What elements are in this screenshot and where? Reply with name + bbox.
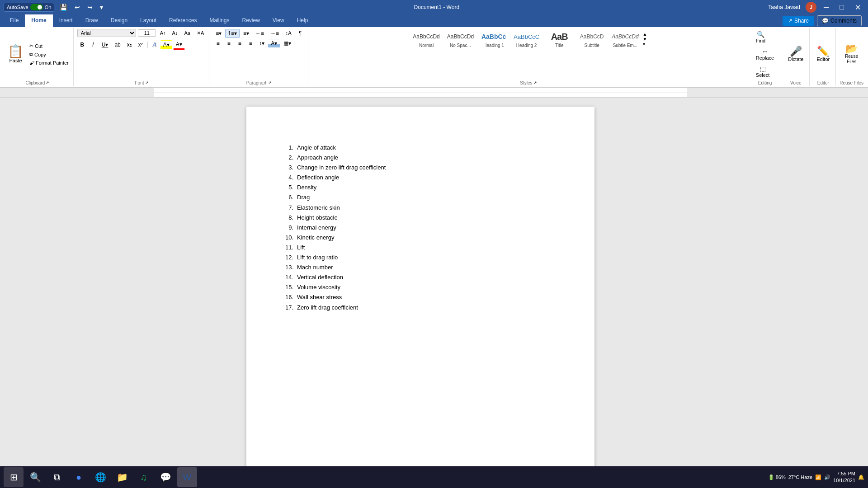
font-size-increase-button[interactable]: A↑	[158, 29, 168, 37]
tab-draw[interactable]: Draw	[79, 14, 104, 27]
multilevel-list-button[interactable]: ≡▾	[241, 29, 252, 38]
style-heading2[interactable]: AaBbCcC Heading 2	[510, 29, 542, 49]
styles-scroll-buttons[interactable]: ▲ ▼ ▾	[643, 30, 647, 48]
chrome-taskbar-button[interactable]: ●	[69, 467, 89, 487]
sort-button[interactable]: ↕A	[283, 29, 294, 38]
change-case-button[interactable]: Aa	[182, 29, 192, 37]
italic-button[interactable]: I	[88, 40, 98, 49]
find-button[interactable]: 🔍 Find	[752, 29, 769, 45]
select-button[interactable]: ⬚ Select	[752, 63, 774, 80]
font-size-input[interactable]	[138, 29, 156, 37]
numbering-button[interactable]: 1≡▾	[225, 29, 240, 38]
tab-layout[interactable]: Layout	[134, 14, 163, 27]
start-button[interactable]: ⊞	[4, 467, 24, 487]
voice-label: Voice	[790, 80, 801, 85]
style-subtitle[interactable]: AaBbCcD Subtitle	[576, 29, 608, 49]
paste-label: Paste	[9, 58, 22, 63]
tab-mailings[interactable]: Mailings	[203, 14, 236, 27]
style-subtle[interactable]: AaBbCcDd Subtle Em...	[609, 29, 642, 49]
style-nospace[interactable]: AaBbCcDd No Spac...	[444, 29, 477, 49]
text-effects-button[interactable]: A	[150, 40, 160, 49]
superscript-button[interactable]: x²	[136, 40, 146, 49]
decrease-indent-button[interactable]: ←≡	[253, 29, 267, 38]
maximize-button[interactable]: □	[836, 1, 848, 13]
spotify-taskbar-button[interactable]: ♫	[134, 467, 154, 487]
user-avatar[interactable]: J	[806, 2, 816, 13]
style-title[interactable]: AaB Title	[543, 29, 575, 49]
subscript-button[interactable]: x₂	[124, 40, 135, 49]
doc-container[interactable]: 1.Angle of attack2.Approach angle3.Chang…	[154, 98, 687, 488]
dictate-button[interactable]: 🎤 Dictate	[785, 42, 807, 67]
justify-button[interactable]: ≡	[245, 39, 255, 48]
list-item: 2.Approach angle	[283, 153, 558, 163]
tab-insert[interactable]: Insert	[53, 14, 79, 27]
bullets-button[interactable]: ≡▾	[213, 29, 224, 38]
word-taskbar-button[interactable]: W	[177, 467, 197, 487]
text-highlight-button[interactable]: A▾	[160, 40, 172, 49]
list-num: 1.	[283, 143, 293, 153]
show-paragraph-button[interactable]: ¶	[295, 29, 305, 38]
reuse-files-button[interactable]: 📂 ReuseFiles	[842, 42, 861, 67]
list-num: 11.	[283, 243, 293, 253]
quick-save-button[interactable]: 💾	[58, 3, 69, 12]
strikethrough-button[interactable]: ab	[112, 40, 123, 49]
title-bar-right: Taaha Jawad J ─ □ ✕	[768, 1, 864, 14]
font-color-button[interactable]: A▾	[173, 40, 185, 50]
quick-redo-button[interactable]: ↪	[85, 3, 94, 12]
cut-button[interactable]: ✂ Cut	[28, 42, 71, 50]
line-spacing-button[interactable]: ↕▾	[256, 39, 267, 48]
style-heading1[interactable]: AaBbCc Heading 1	[478, 29, 509, 49]
align-left-button[interactable]: ≡	[213, 39, 223, 48]
align-right-button[interactable]: ≡	[235, 39, 245, 48]
font-launcher-icon[interactable]: ↗	[145, 80, 149, 85]
styles-launcher-icon[interactable]: ↗	[533, 80, 537, 85]
tab-home[interactable]: Home	[25, 14, 52, 27]
clear-formatting-button[interactable]: ✕A	[194, 29, 206, 37]
font-name-select[interactable]: Arial	[77, 29, 136, 37]
tab-references[interactable]: References	[163, 14, 203, 27]
replace-button[interactable]: ↔ Replace	[752, 46, 778, 62]
list-text: Mach number	[297, 263, 333, 272]
close-button[interactable]: ✕	[851, 1, 864, 14]
style-normal[interactable]: AaBbCcDd Normal	[410, 29, 443, 49]
notification-icon[interactable]: 🔔	[858, 474, 864, 480]
borders-button[interactable]: ▦▾	[281, 39, 294, 48]
autosave-toggle[interactable]: AutoSave On	[4, 3, 54, 12]
replace-icon: ↔	[762, 48, 768, 55]
quick-more-button[interactable]: ▾	[98, 3, 105, 12]
whatsapp-taskbar-button[interactable]: 💬	[156, 467, 175, 487]
minimize-button[interactable]: ─	[820, 1, 832, 13]
paragraph-launcher-icon[interactable]: ↗	[268, 80, 272, 85]
font-format-row: B I U▾ ab x₂ x² A A▾ A▾	[77, 40, 207, 50]
clipboard-launcher-icon[interactable]: ↗	[46, 80, 49, 85]
tab-file[interactable]: File	[4, 14, 25, 27]
underline-button[interactable]: U▾	[99, 40, 111, 49]
format-painter-button[interactable]: 🖌 Format Painter	[28, 59, 71, 66]
doc-page[interactable]: 1.Angle of attack2.Approach angle3.Chang…	[246, 107, 594, 488]
share-button[interactable]: ↗ Share	[783, 16, 814, 26]
shading-button[interactable]: A▾	[268, 39, 280, 48]
search-button[interactable]: 🔍	[25, 467, 45, 487]
increase-indent-button[interactable]: →≡	[268, 29, 282, 38]
files-taskbar-button[interactable]: 📁	[112, 467, 132, 487]
align-center-button[interactable]: ≡	[224, 39, 234, 48]
font-size-decrease-button[interactable]: A↓	[170, 29, 180, 37]
tab-review[interactable]: Review	[236, 14, 266, 27]
reuse-files-label: Reuse Files	[840, 80, 863, 85]
tab-help[interactable]: Help	[291, 14, 315, 27]
styles-gallery: AaBbCcDd Normal AaBbCcDd No Spac... AaBb…	[410, 29, 647, 49]
tab-view[interactable]: View	[266, 14, 291, 27]
paragraph-label: Paragraph	[246, 80, 268, 85]
replace-label: Replace	[756, 55, 774, 61]
quick-undo-button[interactable]: ↩	[73, 3, 82, 12]
paste-button[interactable]: 📋 Paste	[5, 43, 27, 65]
tab-design[interactable]: Design	[104, 14, 134, 27]
edge-taskbar-button[interactable]: 🌐	[90, 467, 110, 487]
task-view-button[interactable]: ⧉	[47, 467, 67, 487]
bold-button[interactable]: B	[77, 40, 87, 49]
comments-button[interactable]: 💬 Comments	[817, 15, 862, 26]
list-item: 15.Volume viscosity	[283, 282, 558, 292]
copy-button[interactable]: ⧉ Copy	[28, 51, 71, 58]
editor-button[interactable]: ✏️ Editor	[813, 42, 833, 67]
style-normal-preview: AaBbCcDd	[413, 30, 439, 43]
